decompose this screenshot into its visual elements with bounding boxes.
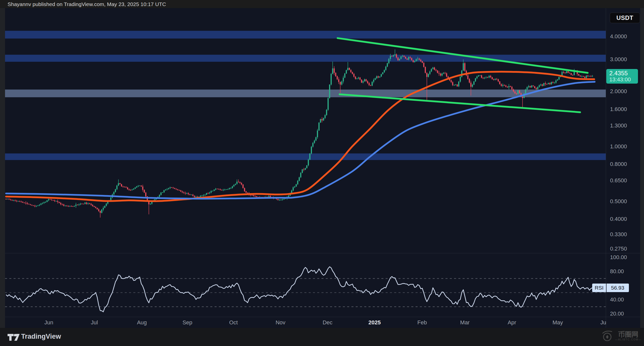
rsi-panel [5,267,606,312]
time-axis-label: Nov [275,319,285,326]
tradingview-logo-icon[interactable] [7,333,20,341]
bar-countdown: 13:43:00 [609,77,638,83]
time-axis-label: Feb [417,319,427,326]
price-axis-label: 1.3000 [610,122,627,129]
price-axis-label: 0.8000 [610,161,627,168]
price-axis-label: 1.0000 [610,143,627,150]
price-axis-label: 0.4000 [610,216,627,223]
last-price-badge: 2.4355 13:43:00 [606,69,638,84]
last-price-value: 2.4355 [609,70,638,77]
time-axis-label: Ju [600,319,606,326]
rsi-axis-label: 40.00 [610,296,624,303]
time-axis-label: Aug [137,319,147,326]
footer-bar: TradingView 币圈网 —ALIBTC.COM— [0,328,644,346]
horizontal-zone-band [5,90,606,97]
price-axis-label: 3.0000 [610,56,627,63]
rsi-label: RSI [592,284,606,292]
price-axis-label: 4.0000 [610,33,627,40]
price-axis-label: 0.2750 [610,245,627,252]
rsi-axis-label: 100.00 [610,254,627,261]
rsi-axis-label: 80.00 [610,268,624,275]
rsi-axis-label: 20.00 [610,310,624,317]
horizontal-zone-band [5,31,606,39]
price-zones [5,31,606,160]
time-axis-label: Mar [460,319,470,326]
watermark-text: 币圈网 [618,331,638,338]
sma200-line [6,82,595,199]
horizontal-zone-band [5,55,606,62]
price-axis-label: 0.3300 [610,231,627,238]
rsi-value: 56.93 [607,284,629,292]
time-axis-label: Jul [91,319,98,326]
rsi-line [6,267,592,312]
time-axis-label: Sep [182,319,192,326]
price-axis-label: 1.6000 [610,106,627,113]
price-axis-label: 2.0000 [610,88,627,95]
price-axis-label: 0.6500 [610,177,627,184]
time-axis-label: May [552,319,563,326]
time-axis-label: Dec [323,319,332,326]
site-watermark: 币圈网 —ALIBTC.COM— [601,329,641,342]
chart-canvas[interactable] [0,0,644,346]
time-axis-label: Jun [44,319,53,326]
time-axis-label: 2025 [369,319,381,326]
watermark-swirl-icon [601,329,613,342]
time-axis-label: Oct [229,319,238,326]
horizontal-zone-band [5,153,606,160]
tradingview-wordmark[interactable]: TradingView [21,333,61,340]
tradingview-snapshot: Shayannv published on TradingView.com, M… [0,0,644,346]
rsi-value-badge: RSI 56.93 [592,284,629,292]
price-axis-label: 0.5000 [610,198,627,205]
quote-currency-badge: USDT [610,13,640,23]
time-axis-label: Apr [508,319,516,326]
watermark-subtext: —ALIBTC.COM— [615,338,641,341]
